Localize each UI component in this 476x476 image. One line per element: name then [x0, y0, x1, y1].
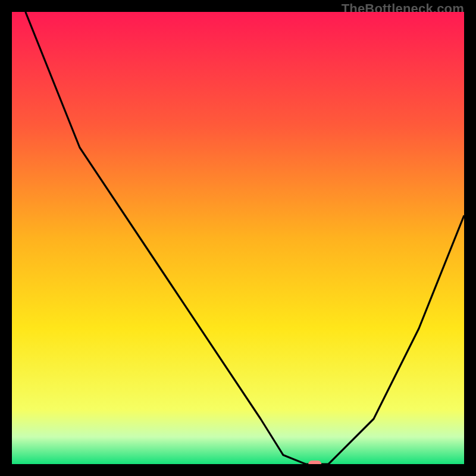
- heat-gradient-background: [12, 12, 464, 464]
- optimal-marker: [308, 461, 321, 464]
- bottleneck-chart: [12, 12, 464, 464]
- chart-frame: TheBottleneck.com: [0, 0, 476, 476]
